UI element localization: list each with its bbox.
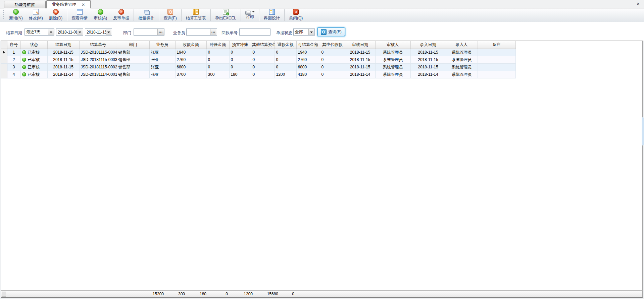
column-header[interactable]: 审核人 [375,41,410,49]
table-row[interactable]: 1已审核2018-11-15JSD-20181115-0004销售部张亚1940… [1,49,515,56]
ui-design-button[interactable]: 界面设计 [261,8,283,22]
row-selector-cell[interactable] [1,49,7,56]
date-to-combo[interactable]: 2018-11-15 [85,28,112,36]
chevron-down-icon[interactable] [48,29,54,35]
cell: 2018-11-15 [47,49,79,56]
cell [478,56,515,63]
delete-button[interactable]: ✕删除(D) [46,8,66,22]
column-header[interactable]: 业务员 [149,41,175,49]
cell: 2018-11-14 [345,71,375,78]
receipt-no-input[interactable] [239,28,270,36]
column-header[interactable]: 退款金额 [275,41,296,49]
column-header[interactable]: 收款金额 [175,41,206,49]
chevron-down-icon[interactable] [77,29,83,35]
column-header[interactable]: 结算日期 [47,41,79,49]
cell: 0 [320,63,345,71]
summary-total: 0 [271,292,294,296]
reverse-approve-button[interactable]: ✕反审单据 [110,8,132,22]
add-button[interactable]: +新增(N) [6,8,26,22]
table-row[interactable]: 4已审核2018-11-14JSD-20181114-0001销售部张亚3700… [1,71,515,78]
cell [478,63,515,71]
cell: 6800 [175,63,206,71]
cell: 系统管理员 [446,71,478,78]
cell: 180 [229,71,251,78]
row-selector-cell[interactable] [1,71,7,78]
batch-operation-button[interactable]: 批量操作 [135,8,157,22]
approve-icon: ✓ [98,9,103,15]
cell: 0 [320,49,345,56]
query-toolbar-button[interactable]: 查询(F) [160,8,180,22]
row-selector-cell[interactable] [1,63,7,71]
toolbar-grip-handle[interactable] [3,10,4,20]
cell: 0 [275,56,296,63]
summary-total: 1200 [229,292,253,296]
export-excel-button[interactable]: 导出EXCEL [212,8,239,22]
chevron-down-icon[interactable] [252,11,255,14]
column-header[interactable]: 备注 [478,41,515,49]
close-tab-button[interactable]: ✕关闭(Q) [286,8,306,22]
salesperson-field[interactable]: ⋯ [186,28,217,36]
cell: 300 [206,71,229,78]
summary-total: 300 [161,292,185,296]
summary-selector-cell [2,292,6,297]
cell: 系统管理员 [375,56,410,63]
table-row[interactable]: 3已审核2018-11-15JSD-20181115-0002销售部张亚6800… [1,63,515,71]
toolbar-button-label: 新增(N) [9,15,23,21]
details-icon [77,9,83,15]
date-from-combo[interactable]: 2018-11-08 [56,28,83,36]
cell: JSD-20181115-0004 [79,49,117,56]
toolbar-separator [134,9,134,21]
window-close-icon[interactable]: ✕ [636,1,640,6]
chevron-down-icon[interactable] [308,29,314,35]
chevron-down-icon[interactable] [106,29,111,35]
view-details-button[interactable]: 查看详情 [68,8,91,22]
row-selector-cell[interactable] [1,56,7,63]
cell: 2018-11-15 [47,63,79,71]
cell [478,71,515,78]
cell: 0 [229,56,251,63]
column-header[interactable]: 冲账金额 [206,41,229,49]
cell: 销售部 [117,56,149,63]
column-header[interactable]: 序号 [7,41,20,49]
date-range-combo[interactable]: 最近7天 [24,28,54,36]
doc-status-combo[interactable]: 全部 [293,28,315,36]
query-button-label: 查询(F) [328,29,341,35]
batch-icon [144,9,149,15]
query-button[interactable]: 查询(F) [317,27,345,36]
column-header[interactable]: 其他结算资金 [251,41,275,49]
toolbar-button-label: 反审单据 [113,15,129,21]
print-button[interactable]: 打印 [242,9,258,21]
cell: 1940 [175,49,206,56]
cell: 2018-11-15 [345,63,375,71]
settlement-payroll-button[interactable]: 结算工资表 [183,8,209,22]
department-field[interactable]: ⋯ [134,28,164,36]
column-header[interactable]: 录入人 [446,41,478,49]
column-header[interactable]: 其中代收款 [320,41,345,49]
column-header[interactable]: 预支冲账 [229,41,251,49]
table-row[interactable]: 2已审核2018-11-15JSD-20181115-0003销售部张亚2760… [1,56,515,63]
tab-settlement-management[interactable]: 业务结算管理✕ [46,0,91,8]
cell: JSD-20181115-0002 [79,63,117,71]
edit-button[interactable]: 修改(M) [26,8,46,22]
cell: 已审核 [20,63,47,71]
cell: 2018-11-15 [47,56,79,63]
tab-close-icon[interactable]: ✕ [82,3,85,7]
column-header[interactable]: 结算单号 [79,41,117,49]
status-badge: 已审核 [28,57,40,62]
doc-status-label: 单据状态 [276,30,292,36]
column-header[interactable]: 录入日期 [410,41,446,49]
column-header[interactable]: 可结算金额 [296,41,320,49]
column-header[interactable]: 审核日期 [345,41,375,49]
tab-navigation[interactable]: 功能导航窗 [4,1,46,8]
cell: 0 [229,63,251,71]
row-selector-header [1,41,7,49]
department-lookup-button[interactable]: ⋯ [157,29,164,35]
toolbar-button-label: 删除(D) [49,15,63,21]
salesperson-lookup-button[interactable]: ⋯ [210,29,216,35]
column-header[interactable]: 部门 [117,41,149,49]
approve-button[interactable]: ✓审核(A) [91,8,110,22]
toolbar-button-label: 批量操作 [138,15,154,21]
vertical-scrollbar-thumb[interactable] [642,117,644,145]
cell: 已审核 [20,56,47,63]
column-header[interactable]: 状态 [20,41,47,49]
